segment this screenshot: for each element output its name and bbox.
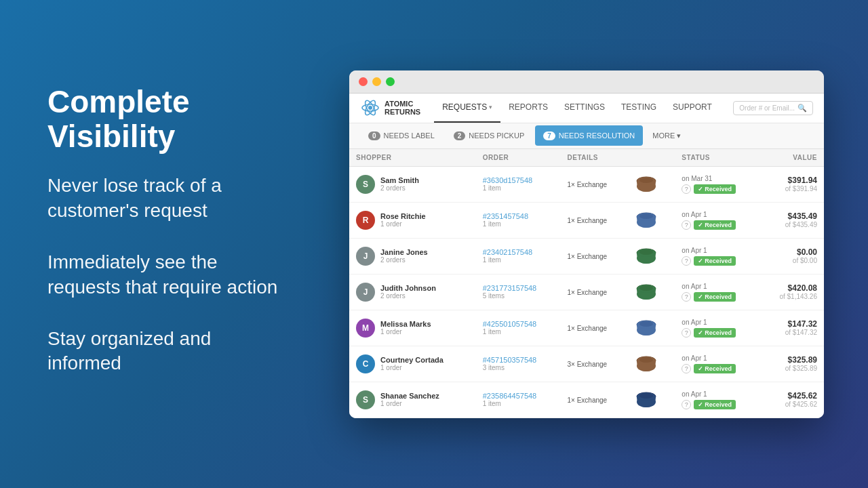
order-items: 1 item (483, 256, 554, 264)
check-icon: ✓ (698, 365, 703, 372)
status-icons: ? ✓ Received (682, 400, 753, 409)
table-row[interactable]: C Courtney Cortada 1 order #457150357548… (349, 346, 824, 382)
product-image (634, 351, 658, 375)
received-badge: ✓ Received (694, 256, 736, 266)
svg-point-33 (639, 321, 653, 327)
table-row[interactable]: M Melissa Marks 1 order #425501057548 1 … (349, 310, 824, 346)
product-image (634, 207, 658, 232)
svg-point-45 (639, 393, 653, 399)
help-icon[interactable]: ? (682, 184, 691, 194)
svg-point-9 (639, 178, 653, 183)
nav-link-testing[interactable]: TESTING (613, 93, 665, 123)
order-number[interactable]: #2351457548 (483, 212, 554, 220)
avatar: C (356, 354, 375, 373)
table-row[interactable]: R Rose Ritchie 1 order #2351457548 1 ite… (349, 202, 824, 238)
received-badge: ✓ Received (694, 364, 736, 373)
svg-point-15 (639, 214, 653, 219)
table-row[interactable]: S Sam Smith 2 orders #3630d157548 1 item… (349, 166, 824, 202)
table-row[interactable]: J Judith Johnson 2 orders #231773157548 … (349, 274, 824, 310)
help-icon[interactable]: ? (682, 328, 691, 338)
shopper-sub: 1 order (380, 364, 443, 371)
table-row[interactable]: S Shanae Sanchez 1 order #235864457548 1… (349, 382, 824, 418)
shopper-sub: 2 orders (380, 256, 428, 264)
left-point: Immediately see the requests that requir… (47, 250, 285, 300)
exchange-badge: 3× Exchange (568, 361, 608, 368)
tab-needs-pickup[interactable]: 2NEEDS PICKUP (446, 125, 532, 146)
left-panel: Complete Visibility Never lose track of … (0, 44, 326, 444)
order-number[interactable]: #425501057548 (483, 320, 554, 328)
exchange-badge: 1× Exchange (568, 396, 608, 404)
maximize-button[interactable] (386, 77, 395, 86)
value-sub: of $325.89 (766, 365, 817, 372)
col-order: ORDER (476, 149, 561, 167)
tab-needs-resolution[interactable]: 7NEEDS RESOLUTION (535, 125, 643, 146)
value-cell: $425.62 of $425.62 (760, 382, 824, 418)
tab-more[interactable]: MORE▾ (646, 125, 688, 146)
search-icon[interactable]: 🔍 (797, 104, 807, 113)
left-point: Stay organized and informed (47, 327, 285, 376)
value-cell: $0.00 of $0.00 (760, 238, 824, 274)
shopper-name: Judith Johnson (380, 284, 436, 292)
status-icons: ? ✓ Received (682, 184, 753, 194)
help-icon[interactable]: ? (682, 220, 691, 230)
nav-link-reports[interactable]: REPORTS (500, 93, 556, 123)
shopper-info: Judith Johnson 2 orders (380, 284, 436, 300)
help-icon[interactable]: ? (682, 292, 691, 302)
order-number[interactable]: #235864457548 (483, 392, 554, 400)
col-value: VALUE (760, 149, 824, 167)
product-cell (627, 202, 675, 238)
search-bar[interactable]: Order # or Email... 🔍 (733, 101, 813, 115)
avatar: S (356, 175, 375, 194)
shopper-name: Sam Smith (380, 176, 419, 184)
shopper-name: Janine Jones (380, 248, 428, 256)
value-sub: of $391.94 (766, 185, 817, 192)
received-badge: ✓ Received (694, 292, 736, 302)
logo-icon (360, 98, 380, 118)
check-icon: ✓ (698, 222, 703, 228)
table-row[interactable]: J Janine Jones 2 orders #23402157548 1 i… (349, 238, 824, 274)
status-date: on Apr 1 (682, 247, 753, 254)
order-number[interactable]: #231773157548 (483, 284, 554, 292)
avatar: S (356, 390, 375, 409)
status-cell: on Apr 1 ? ✓ Received (675, 382, 760, 418)
check-icon: ✓ (698, 186, 703, 192)
more-label: MORE (652, 131, 675, 140)
app-content: ATOMIC RETURNS REQUESTS▾REPORTSSETTINGST… (349, 94, 824, 418)
col-status: STATUS (675, 149, 760, 167)
svg-point-0 (368, 106, 372, 110)
avatar: J (356, 247, 375, 266)
value-sub: of $147.32 (766, 329, 817, 336)
shopper-cell: C Courtney Cortada 1 order (349, 346, 476, 382)
value-main: $391.94 (766, 176, 817, 185)
help-icon[interactable]: ? (682, 400, 691, 409)
browser-window: ATOMIC RETURNS REQUESTS▾REPORTSSETTINGST… (349, 70, 824, 418)
tab-badge: 0 (368, 131, 380, 140)
avatar: J (356, 283, 375, 302)
tab-needs-label[interactable]: 0NEEDS LABEL (360, 125, 443, 146)
status-icons: ? ✓ Received (682, 220, 753, 230)
order-number[interactable]: #3630d157548 (483, 176, 554, 184)
minimize-button[interactable] (372, 77, 381, 86)
order-items: 1 item (483, 184, 554, 192)
nav-link-settings[interactable]: SETTINGS (556, 93, 613, 123)
order-number[interactable]: #23402157548 (483, 248, 554, 256)
svg-point-27 (639, 285, 653, 291)
help-icon[interactable]: ? (682, 256, 691, 266)
shopper-info: Rose Ritchie 1 order (380, 212, 426, 228)
product-image (634, 387, 658, 411)
nav-link-support[interactable]: SUPPORT (665, 93, 720, 123)
status-icons: ? ✓ Received (682, 292, 753, 302)
shopper-cell: S Sam Smith 2 orders (349, 166, 476, 202)
status-cell: on Apr 1 ? ✓ Received (675, 310, 760, 346)
close-button[interactable] (359, 77, 368, 86)
product-cell (627, 274, 675, 310)
app-nav: ATOMIC RETURNS REQUESTS▾REPORTSSETTINGST… (349, 94, 824, 123)
tabs-bar: 0NEEDS LABEL2NEEDS PICKUP7NEEDS RESOLUTI… (349, 123, 824, 149)
order-number[interactable]: #457150357548 (483, 356, 554, 364)
help-icon[interactable]: ? (682, 364, 691, 373)
table-header: SHOPPER ORDER DETAILS STATUS VALUE (349, 149, 824, 167)
order-cell: #2351457548 1 item (476, 202, 561, 238)
nav-link-requests[interactable]: REQUESTS▾ (434, 93, 500, 123)
exchange-cell: 3× Exchange (561, 346, 628, 382)
avatar: R (356, 211, 375, 230)
